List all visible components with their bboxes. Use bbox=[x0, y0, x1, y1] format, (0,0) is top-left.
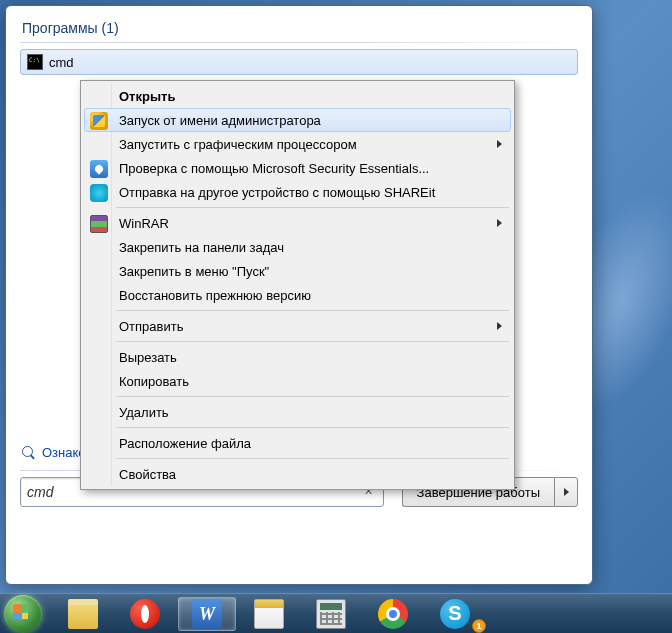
context-menu-item-label: Свойства bbox=[119, 467, 176, 482]
skype-icon: S bbox=[440, 599, 470, 629]
search-icon bbox=[22, 446, 36, 460]
context-menu-separator bbox=[116, 310, 509, 311]
context-menu: ОткрытьЗапуск от имени администратораЗап… bbox=[80, 80, 515, 490]
context-menu-item[interactable]: Вырезать bbox=[84, 345, 511, 369]
context-menu-separator bbox=[116, 207, 509, 208]
chevron-right-icon bbox=[564, 488, 569, 496]
context-menu-item-label: Вырезать bbox=[119, 350, 177, 365]
context-menu-item[interactable]: Закрепить на панели задач bbox=[84, 235, 511, 259]
submenu-arrow-icon bbox=[497, 219, 502, 227]
taskbar-explorer[interactable] bbox=[54, 597, 112, 631]
taskbar-opera[interactable] bbox=[116, 597, 174, 631]
results-section-header: Программы (1) bbox=[20, 20, 578, 36]
context-menu-item[interactable]: Копировать bbox=[84, 369, 511, 393]
context-menu-item[interactable]: Запустить с графическим процессором bbox=[84, 132, 511, 156]
context-menu-item[interactable]: Запуск от имени администратора bbox=[84, 108, 511, 132]
start-button[interactable] bbox=[4, 595, 42, 633]
context-menu-item-label: Закрепить на панели задач bbox=[119, 240, 284, 255]
context-menu-item-label: Расположение файла bbox=[119, 436, 251, 451]
taskbar-chrome[interactable] bbox=[364, 597, 422, 631]
calculator-icon bbox=[316, 599, 346, 629]
cmd-icon bbox=[27, 54, 43, 70]
context-menu-item[interactable]: Закрепить в меню "Пуск" bbox=[84, 259, 511, 283]
context-menu-item[interactable]: WinRAR bbox=[84, 211, 511, 235]
context-menu-item[interactable]: Свойства bbox=[84, 462, 511, 486]
context-menu-item[interactable]: Проверка с помощью Microsoft Security Es… bbox=[84, 156, 511, 180]
taskbar-notepad[interactable] bbox=[240, 597, 298, 631]
shareit-icon bbox=[90, 184, 108, 202]
context-menu-item-label: Отправка на другое устройство с помощью … bbox=[119, 185, 435, 200]
word-icon: W bbox=[192, 599, 222, 629]
context-menu-item[interactable]: Отправка на другое устройство с помощью … bbox=[84, 180, 511, 204]
skype-notification-badge: 1 bbox=[472, 619, 486, 633]
shutdown-options-button[interactable] bbox=[554, 477, 578, 507]
context-menu-item-label: Запуск от имени администратора bbox=[119, 113, 321, 128]
notepad-icon bbox=[254, 599, 284, 629]
mse-icon bbox=[90, 160, 108, 178]
context-menu-item-label: Открыть bbox=[119, 89, 175, 104]
section-divider bbox=[20, 42, 578, 43]
context-menu-item[interactable]: Восстановить прежнюю версию bbox=[84, 283, 511, 307]
context-menu-separator bbox=[116, 458, 509, 459]
search-result-cmd[interactable]: cmd bbox=[20, 49, 578, 75]
shield-icon bbox=[90, 112, 108, 130]
context-menu-separator bbox=[116, 396, 509, 397]
rar-icon bbox=[90, 215, 108, 233]
taskbar-skype[interactable]: S 1 bbox=[426, 597, 484, 631]
context-menu-item[interactable]: Отправить bbox=[84, 314, 511, 338]
context-menu-item-label: Отправить bbox=[119, 319, 183, 334]
context-menu-item[interactable]: Расположение файла bbox=[84, 431, 511, 455]
submenu-arrow-icon bbox=[497, 322, 502, 330]
context-menu-item[interactable]: Открыть bbox=[84, 84, 511, 108]
taskbar-calculator[interactable] bbox=[302, 597, 360, 631]
opera-icon bbox=[130, 599, 160, 629]
chrome-icon bbox=[378, 599, 408, 629]
context-menu-item-label: Копировать bbox=[119, 374, 189, 389]
taskbar: W S 1 bbox=[0, 593, 672, 633]
taskbar-word[interactable]: W bbox=[178, 597, 236, 631]
context-menu-item-label: Восстановить прежнюю версию bbox=[119, 288, 311, 303]
context-menu-item-label: Удалить bbox=[119, 405, 169, 420]
context-menu-item-label: Закрепить в меню "Пуск" bbox=[119, 264, 269, 279]
submenu-arrow-icon bbox=[497, 140, 502, 148]
context-menu-item[interactable]: Удалить bbox=[84, 400, 511, 424]
explorer-icon bbox=[68, 599, 98, 629]
context-menu-item-label: Проверка с помощью Microsoft Security Es… bbox=[119, 161, 429, 176]
context-menu-item-label: WinRAR bbox=[119, 216, 169, 231]
context-menu-item-label: Запустить с графическим процессором bbox=[119, 137, 357, 152]
context-menu-separator bbox=[116, 341, 509, 342]
context-menu-separator bbox=[116, 427, 509, 428]
result-label: cmd bbox=[49, 55, 74, 70]
